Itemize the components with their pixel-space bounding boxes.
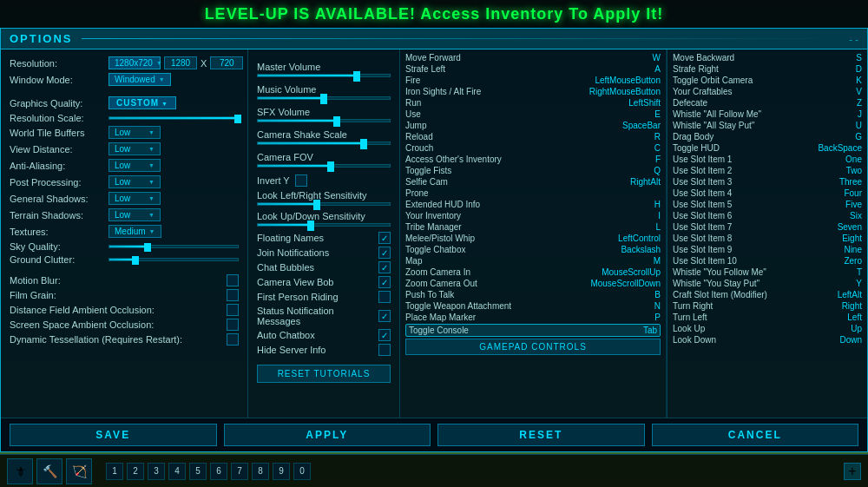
keybind-row[interactable]: Your InventoryI xyxy=(405,211,661,220)
keybind-row-right[interactable]: Whistle "You Stay Put"Y xyxy=(673,279,862,288)
status-notif-checkbox[interactable] xyxy=(378,310,391,322)
film-grain-checkbox[interactable] xyxy=(227,289,239,301)
keybind-row[interactable]: Push To TalkB xyxy=(405,290,661,299)
keybind-row-right[interactable]: Use Slot Item 3Three xyxy=(673,177,862,187)
keybind-row-right[interactable]: Move BackwardS xyxy=(673,53,862,63)
keybind-row[interactable]: Prone xyxy=(405,188,661,198)
motion-blur-checkbox[interactable] xyxy=(227,274,239,286)
look-ud-slider[interactable] xyxy=(257,223,391,227)
taskbar-num-9[interactable]: 9 xyxy=(273,463,290,480)
ssao-checkbox[interactable] xyxy=(227,319,239,331)
save-button[interactable]: SAVE xyxy=(10,424,217,446)
keybind-row-right[interactable]: Use Slot Item 5Five xyxy=(673,200,862,209)
keybind-row-right[interactable]: Strafe RightD xyxy=(673,64,862,74)
music-volume-slider[interactable] xyxy=(257,96,391,100)
camera-view-bob-checkbox[interactable] xyxy=(378,276,391,288)
general-shadows-dropdown[interactable]: Low xyxy=(108,192,161,205)
keybind-row-right[interactable]: Use Slot Item 10Zero xyxy=(673,256,862,266)
keybind-row[interactable]: Iron Sights / Alt FireRightMouseButton xyxy=(405,87,661,96)
keybind-row-right[interactable]: Your CraftablesV xyxy=(673,87,862,96)
reset-tutorials-button[interactable]: RESET TUTORIALS xyxy=(257,365,391,383)
keybind-row-right[interactable]: Whistle "All Follow Me"J xyxy=(673,109,862,119)
keybind-row[interactable]: Strafe LeftA xyxy=(405,64,661,74)
cancel-button[interactable]: CANCEL xyxy=(652,424,859,446)
look-lr-slider[interactable] xyxy=(257,202,391,206)
auto-chatbox-checkbox[interactable] xyxy=(378,329,391,341)
keybind-row-right[interactable]: Turn LeftLeft xyxy=(673,313,862,322)
keybind-row[interactable]: Toggle Weapon AttachmentN xyxy=(405,301,661,311)
post-processing-dropdown[interactable]: Low xyxy=(108,175,161,188)
keybind-row[interactable]: Toggle ConsoleTab xyxy=(405,324,661,337)
keybind-row-right[interactable]: Toggle HUDBackSpace xyxy=(673,143,862,153)
taskbar-num-2[interactable]: 2 xyxy=(127,463,144,480)
resolution-dropdown[interactable]: 1280x720 xyxy=(108,56,161,69)
keybind-row-right[interactable]: Use Slot Item 6Six xyxy=(673,211,862,220)
keybind-row[interactable]: Melee/Pistol WhipLeftControl xyxy=(405,234,661,243)
dynamic-tess-checkbox[interactable] xyxy=(227,333,239,346)
reset-button[interactable]: RESET xyxy=(437,424,645,446)
textures-dropdown[interactable]: Medium xyxy=(108,225,161,238)
camera-fov-slider[interactable] xyxy=(257,164,391,168)
join-notifications-checkbox[interactable] xyxy=(378,247,391,259)
apply-button[interactable]: APPLY xyxy=(224,424,431,446)
keybind-row[interactable]: JumpSpaceBar xyxy=(405,121,661,130)
window-mode-dropdown[interactable]: Windowed xyxy=(108,73,171,86)
chat-bubbles-checkbox[interactable] xyxy=(378,261,391,273)
sky-quality-slider[interactable] xyxy=(108,245,239,248)
keybind-row[interactable]: Place Map MarkerP xyxy=(405,313,661,322)
taskbar-corner-button[interactable]: + xyxy=(844,463,861,480)
keybind-row[interactable]: Toggle FistsQ xyxy=(405,166,661,175)
taskbar-icon-1[interactable]: 🗡 xyxy=(7,458,33,484)
floating-names-checkbox[interactable] xyxy=(378,232,391,244)
resolution-width-input[interactable] xyxy=(164,56,197,69)
gamepad-controls-button[interactable]: GAMEPAD CONTROLS xyxy=(405,339,661,355)
taskbar-num-3[interactable]: 3 xyxy=(148,463,165,480)
keybind-row-right[interactable]: Turn RightRight xyxy=(673,301,862,311)
anti-aliasing-dropdown[interactable]: Low xyxy=(108,159,161,172)
resolution-scale-slider[interactable] xyxy=(108,116,239,120)
keybind-row-right[interactable]: Use Slot Item 9Nine xyxy=(673,245,862,254)
sfx-volume-slider[interactable] xyxy=(257,119,391,122)
keybind-row-right[interactable]: DefecateZ xyxy=(673,98,862,108)
keybind-row-right[interactable]: Use Slot Item 1One xyxy=(673,155,862,164)
keybind-row[interactable]: Toggle ChatboxBackslash xyxy=(405,245,661,254)
keybind-row-right[interactable]: Craft Slot Item (Modifier)LeftAlt xyxy=(673,290,862,299)
taskbar-num-4[interactable]: 4 xyxy=(168,463,186,480)
view-distance-dropdown[interactable]: Low xyxy=(108,142,161,155)
keybind-row[interactable]: Selfie CamRightAlt xyxy=(405,177,661,187)
keybind-row[interactable]: CrouchC xyxy=(405,143,661,153)
dfao-checkbox[interactable] xyxy=(227,304,239,316)
keybind-row[interactable]: Zoom Camera InMouseScrollUp xyxy=(405,267,661,277)
keybind-row[interactable]: UseE xyxy=(405,109,661,119)
keybind-row-right[interactable]: Whistle "You Follow Me"T xyxy=(673,267,862,277)
keybind-row[interactable]: Access Other's InventoryF xyxy=(405,155,661,164)
taskbar-num-8[interactable]: 8 xyxy=(252,463,269,480)
resolution-height-input[interactable] xyxy=(210,56,243,69)
keybind-row-right[interactable]: Whistle "All Stay Put"U xyxy=(673,121,862,130)
keybind-row-right[interactable]: Use Slot Item 7Seven xyxy=(673,222,862,232)
terrain-shadows-dropdown[interactable]: Low xyxy=(108,208,161,221)
hide-server-info-checkbox[interactable] xyxy=(378,344,391,356)
keybind-row-right[interactable]: Use Slot Item 8Eight xyxy=(673,234,862,243)
world-tile-buffers-dropdown[interactable]: Low xyxy=(108,126,161,139)
keybind-row[interactable]: Zoom Camera OutMouseScrollDown xyxy=(405,279,661,288)
keybind-row[interactable]: Tribe ManagerL xyxy=(405,222,661,232)
keybind-row[interactable]: Move ForwardW xyxy=(405,53,661,63)
keybind-row-right[interactable]: Toggle Orbit CameraK xyxy=(673,76,862,85)
taskbar-num-1[interactable]: 1 xyxy=(106,463,123,480)
ground-clutter-slider[interactable] xyxy=(108,258,239,261)
taskbar-num-7[interactable]: 7 xyxy=(231,463,248,480)
invert-y-checkbox[interactable] xyxy=(295,174,307,187)
keybind-row[interactable]: ReloadR xyxy=(405,132,661,141)
keybind-row-right[interactable]: Drag BodyG xyxy=(673,132,862,141)
keybind-row-right[interactable]: Look DownDown xyxy=(673,335,862,345)
keybind-row[interactable]: RunLeftShift xyxy=(405,98,661,108)
taskbar-icon-3[interactable]: 🏹 xyxy=(66,458,92,484)
taskbar-icon-2[interactable]: 🔨 xyxy=(36,458,62,484)
keybind-row-right[interactable]: Look UpUp xyxy=(673,324,862,333)
taskbar-num-6[interactable]: 6 xyxy=(210,463,227,480)
first-person-riding-checkbox[interactable] xyxy=(378,291,391,303)
keybind-row-right[interactable]: Use Slot Item 2Two xyxy=(673,166,862,175)
taskbar-num-5[interactable]: 5 xyxy=(189,463,207,480)
taskbar-num-0[interactable]: 0 xyxy=(293,463,311,480)
